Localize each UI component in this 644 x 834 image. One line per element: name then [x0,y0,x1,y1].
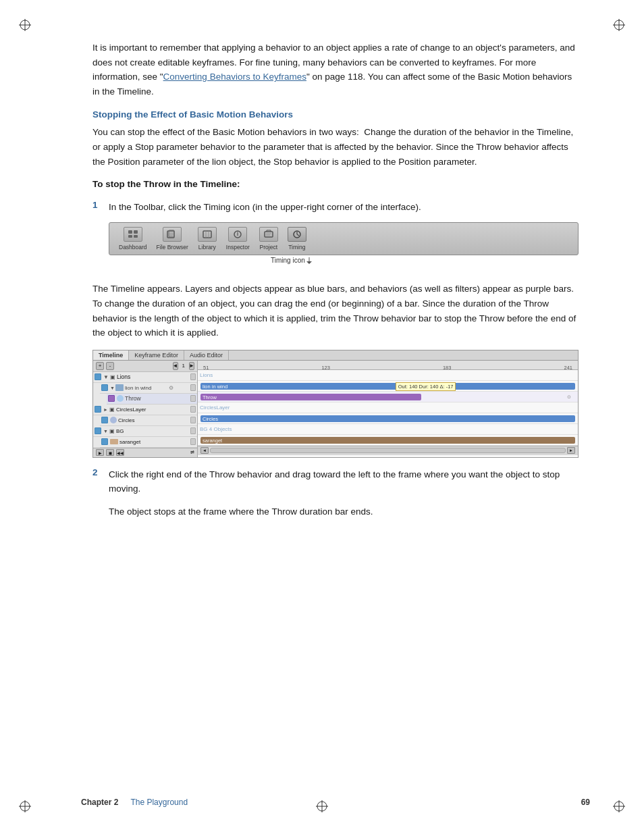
track-label-lion: lion in wind [200,383,230,390]
tl-group-icon-circles: ▣ [109,407,115,413]
tl-label-lions: Lions [117,373,130,380]
toolbar-icon-timing: Timing [288,227,306,251]
track-row-circleslayer: CirclesLayer [198,402,578,413]
tl-label-circleslayer: CirclesLayer [116,407,146,413]
tab-timeline[interactable]: Timeline [93,350,129,360]
track-bar-lion[interactable]: lion in wind [200,383,575,390]
step-2-content: Click the right end of the Throw behavio… [109,467,579,519]
tl-row-lions: ▼ ▣ Lions [93,372,197,383]
track-bar-circles[interactable]: Circles [200,415,575,422]
tl-label-bg: BG [116,428,124,434]
tl-lock-circles-obj[interactable] [190,417,196,423]
tl-next-btn[interactable]: ► [189,362,194,370]
converting-link[interactable]: Converting Behaviors to Keyframes [163,72,306,82]
footer-chapter: Chapter 2 [81,798,118,807]
tl-lock-lions[interactable] [190,373,196,380]
tl-lock-bg[interactable] [190,427,196,434]
timing-icon-caption: Timing icon [271,257,305,264]
tl-check-bg[interactable] [95,427,101,434]
tl-triangle-bg: ▼ [103,429,108,434]
toolbar-screenshot: Dashboard [109,222,579,264]
tl-settings-lion: ⚙ [169,385,173,391]
tl-scroll-left[interactable]: ◄ [200,447,209,454]
tl-lock-circles[interactable] [190,406,196,413]
step-1-content: In the Toolbar, click the Timing icon (i… [109,200,579,265]
tl-prev-btn[interactable]: ◄ [173,362,178,370]
tl-lock-saranget[interactable] [190,438,196,445]
procedure-heading: To stop the Throw in the Timeline: [92,177,579,192]
tl-triangle-lions: ▼ [103,374,109,380]
tl-img-icon-lion [115,384,124,391]
reg-mark-tr [613,19,625,34]
tl-label-throw: Throw [125,395,141,402]
track-circles-text: CirclesLayer [200,405,230,411]
tl-label-lion: lion in wind [125,385,152,391]
tl-icon-throw [117,395,124,402]
track-row-circles: Circles [198,413,578,424]
object-stops-text: The object stops at the frame where the … [109,504,579,519]
section-body: You can stop the effect of the Basic Mot… [92,125,579,169]
svg-rect-17 [128,235,132,238]
toolbar-icon-library: Library [198,227,217,251]
tl-check-lions[interactable] [95,373,101,380]
project-label: Project [260,244,277,251]
tl-scrollbar[interactable] [210,448,566,453]
tab-keyframe[interactable]: Keyframe Editor [129,350,184,360]
footer-page-number: 69 [581,798,590,807]
track-row-throw: Throw ⊙ [198,392,578,402]
track-throw-marker: ⊙ [567,394,571,400]
tl-check-saranget[interactable] [101,438,108,445]
footer-title: The Playground [130,798,188,807]
tl-icon-saranget [110,439,118,444]
tl-check-lion-in-wind[interactable] [101,384,108,391]
svg-rect-24 [203,231,211,238]
timing-icon [288,227,306,242]
timeline-tabs: Timeline Keyframe Editor Audio Editor [93,350,578,361]
track-row-bg-objects: BG 4 Objects [198,424,578,435]
track-row-saranget: saranget [198,435,578,446]
tl-check-circles[interactable] [95,406,101,413]
step-2-text: Click the right end of the Throw behavio… [109,467,579,496]
tl-play-btn[interactable]: ▶ [96,449,104,456]
track-tooltip: Out: 140 Dur: 140 Δ: -17 [396,382,456,391]
toolbar-icon-project: Project [259,227,278,251]
tab-audio[interactable]: Audio Editor [184,350,229,360]
dashboard-icon [124,227,142,242]
step-1-row: 1 In the Toolbar, click the Timing icon … [92,200,579,273]
tl-check-throw[interactable] [108,395,115,402]
timing-arrow: Timing icon [271,257,579,264]
toolbar-icons-container: Dashboard [109,222,579,255]
track-row-lion-in-wind: lion in wind Out: 140 Dur: 140 Δ: -17 [198,381,578,392]
track-bar-throw[interactable]: Throw [200,394,421,400]
tl-minus-btn[interactable]: - [106,362,114,370]
tl-row-circles-obj: Circles [100,415,197,426]
timeline-body: + - ◄ 1 ► ▼ ▣ Lions [93,361,578,457]
tl-stop-btn[interactable]: ◼ [106,449,114,456]
toolbar-icon-dashboard: Dashboard [119,227,147,251]
tl-add-btn[interactable]: + [96,362,104,370]
page-footer: Chapter 2 The Playground 69 [0,798,644,807]
svg-rect-18 [134,235,138,238]
tl-lock-throw[interactable] [190,395,196,402]
tl-lock-lion[interactable] [190,384,196,391]
timing-label: Timing [288,244,305,251]
filebrowser-label: File Browser [157,244,188,251]
reg-mark-tl [19,19,31,34]
svg-marker-37 [306,261,312,264]
library-icon [198,227,217,242]
tl-rewind-btn[interactable]: ◀◀ [116,449,124,456]
tl-label-circles: Circles [118,417,134,423]
library-label: Library [198,244,216,251]
tl-scroll-right[interactable]: ► [567,447,575,454]
tl-check-circles-obj[interactable] [101,417,108,423]
track-bar-saranget[interactable]: saranget [200,437,575,444]
step-1-text: In the Toolbar, click the Timing icon (i… [109,200,579,215]
track-label-throw: Throw [200,394,219,401]
tl-group-icon-bg: ▣ [109,428,115,434]
timeline-right-panel: 51 123 183 241 Lions lion in wind [198,361,578,457]
tl-triangle-circles: ► [103,407,108,412]
timeline-controls: + - ◄ 1 ► [93,361,197,372]
tl-row-circleslayer: ► ▣ CirclesLayer [93,405,197,415]
toolbar-icon-inspector: Inspector [226,227,250,251]
toolbar-icon-filebrowser: File Browser [157,227,188,251]
